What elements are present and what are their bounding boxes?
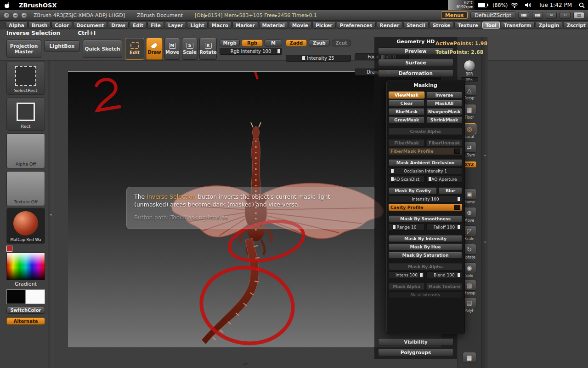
menu-stencil[interactable]: Stencil <box>403 22 429 29</box>
menu-preferences[interactable]: Preferences <box>337 22 376 29</box>
m-button[interactable]: M <box>265 40 282 46</box>
cavity-blur-button[interactable]: Blur <box>439 187 462 194</box>
menu-edit[interactable]: Edit <box>130 22 147 29</box>
stroke-rect-tool[interactable]: Rect <box>6 98 45 131</box>
battery-icon[interactable] <box>478 3 487 7</box>
menu-zscript[interactable]: Zscript <box>563 22 588 29</box>
mask-by-cavity-button[interactable]: Mask By Cavity <box>389 187 437 194</box>
masking-title[interactable]: Masking <box>389 82 462 89</box>
menu-draw[interactable]: Draw <box>108 22 129 29</box>
menu-light[interactable]: Light <box>187 22 207 29</box>
zoom-window-button[interactable]: + <box>21 12 27 18</box>
mask-by-alpha-button[interactable]: Mask By Alpha <box>389 263 462 270</box>
ao-aperture-slider[interactable]: AO Aperture <box>426 176 462 183</box>
occlusion-intensity-knob[interactable] <box>391 169 394 173</box>
alternate-button[interactable]: Alternate <box>6 317 45 325</box>
zoom-in-doc-icon[interactable]: ⊞ <box>546 12 557 19</box>
ao-scandist-knob[interactable] <box>391 177 394 181</box>
intens-slider[interactable]: Intens 100 <box>389 271 424 278</box>
mask-by-hue-button[interactable]: Mask By Hue <box>389 243 462 250</box>
blend-knob[interactable] <box>458 273 460 277</box>
current-color-swatch[interactable] <box>6 246 12 252</box>
bpr-button[interactable]: BPR <box>459 60 480 76</box>
istat-temp-widget[interactable]: 62°C 6192rpm <box>448 0 475 10</box>
minimize-window-button[interactable]: − <box>12 12 18 18</box>
mask-by-smoothness-button[interactable]: Mask By Smoothness <box>389 215 462 222</box>
shrinkmask-button[interactable]: ShrinkMask <box>426 116 462 123</box>
viewmask-button[interactable]: ViewMask <box>389 92 424 98</box>
falloff-knob[interactable] <box>458 225 460 229</box>
intens-knob[interactable] <box>420 273 423 277</box>
create-alpha-button[interactable]: Create Alpha <box>389 128 462 135</box>
menu-movie[interactable]: Movie <box>289 22 311 29</box>
zoom-out-doc-icon[interactable]: ⊟ <box>560 12 571 19</box>
menu-macro[interactable]: Macro <box>209 22 232 29</box>
fibermask-profile-curve[interactable]: FiberMask Profile <box>389 148 462 155</box>
projection-master-button[interactable]: Projection Master <box>6 40 41 58</box>
surface-section[interactable]: Surface <box>378 59 453 66</box>
fibermask-button[interactable]: FiberMask <box>389 139 424 146</box>
ao-scandist-slider[interactable]: AO ScanDist <box>389 176 424 183</box>
material-selector[interactable]: MatCap Red Wa <box>6 208 45 244</box>
occlusion-intensity-slider[interactable]: Occlusion Intensity 1 <box>389 167 462 174</box>
maskall-button[interactable]: MaskAll <box>426 100 462 107</box>
wifi-icon[interactable] <box>511 2 518 8</box>
menu-alpha[interactable]: Alpha <box>6 22 28 29</box>
z-intensity-slider[interactable]: Z Intensity 25 <box>286 55 351 62</box>
deformation-section[interactable]: Deformation <box>378 69 453 77</box>
blurmask-button[interactable]: BlurMask <box>389 108 424 115</box>
mask-by-intensity-button[interactable]: Mask By Intensity <box>389 235 462 242</box>
falloff-slider[interactable]: Falloff 100 <box>426 224 462 230</box>
menu-brush[interactable]: Brush <box>28 22 51 29</box>
close-window-button[interactable]: ✕ <box>4 12 10 18</box>
mask-alpha-button[interactable]: Mask Alpha <box>389 283 424 290</box>
canvas-scroll-indicator[interactable]: ▴▾ <box>243 362 248 366</box>
secondary-color-swatch[interactable] <box>26 289 45 304</box>
main-color-swatch[interactable] <box>6 289 26 304</box>
menu-file[interactable]: File <box>147 22 164 29</box>
mask-ambient-occlusion-button[interactable]: Mask Ambient Occlusion <box>389 159 462 166</box>
menu-render[interactable]: Render <box>377 22 403 29</box>
zsub-button[interactable]: Zsub <box>309 40 330 46</box>
z-intensity-knob[interactable] <box>302 56 305 60</box>
growmask-button[interactable]: GrowMask <box>389 116 424 123</box>
cavity-profile-curve[interactable]: Cavity Profile <box>389 204 462 211</box>
right-tray-divider[interactable]: ◂ ◂ <box>481 29 488 368</box>
texture-selector[interactable]: Texture Off <box>6 171 45 206</box>
ao-aperture-knob[interactable] <box>429 177 431 181</box>
default-zscript-button[interactable]: DefaultZScript <box>470 12 515 19</box>
menu-transform[interactable]: Transform <box>501 22 535 29</box>
sharpenmask-button[interactable]: SharpenMask <box>426 108 462 115</box>
cavity-intensity-slider[interactable]: Intensity 100 <box>389 196 462 202</box>
menubar-app-name[interactable]: ZBrushOSX <box>19 2 57 9</box>
lightbox-button[interactable]: LightBox <box>44 40 80 52</box>
rgb-button[interactable]: Rgb <box>242 40 263 46</box>
menu-tool[interactable]: Tool <box>482 22 500 29</box>
menu-zplugin[interactable]: Zplugin <box>536 22 563 29</box>
draw-mode-button[interactable]: Draw <box>146 38 163 60</box>
color-picker[interactable] <box>6 253 45 280</box>
clear-button[interactable]: Clear <box>389 100 424 107</box>
mask-intensity-slider[interactable]: Mask Intensity <box>389 291 462 298</box>
menu-texture[interactable]: Texture <box>454 22 481 29</box>
document-icon[interactable]: ▤ <box>573 12 584 19</box>
rgb-intensity-slider[interactable]: Rgb Intensity 100 <box>220 48 282 55</box>
visibility-section[interactable]: Visibility <box>378 338 453 345</box>
zadd-button[interactable]: Zadd <box>286 40 307 46</box>
menu-document[interactable]: Document <box>73 22 107 29</box>
mask-by-saturation-button[interactable]: Mask By Saturation <box>389 252 462 259</box>
select-rect-tool[interactable]: SelectRect <box>6 62 45 95</box>
menus-button[interactable]: Menus <box>441 12 468 19</box>
menu-stroke[interactable]: Stroke <box>430 22 454 29</box>
switch-color-button[interactable]: SwitchColor <box>6 307 45 314</box>
left-tray-divider[interactable]: ◂ <box>48 61 53 368</box>
alpha-selector[interactable]: Alpha Off <box>6 133 45 168</box>
scale-mode-button[interactable]: S Scale <box>182 38 198 60</box>
menu-color[interactable]: Color <box>51 22 72 29</box>
cavity-intensity-knob[interactable] <box>458 197 460 201</box>
rotate-mode-button[interactable]: R Rotate <box>199 38 217 60</box>
blend-slider[interactable]: Blend 100 <box>426 271 462 278</box>
mask-texture-button[interactable]: Mask Texture <box>426 283 462 290</box>
tray-toggle-right-icon[interactable]: ▮▮▮▮ <box>532 12 543 19</box>
inverse-button[interactable]: Inverse <box>426 92 462 98</box>
